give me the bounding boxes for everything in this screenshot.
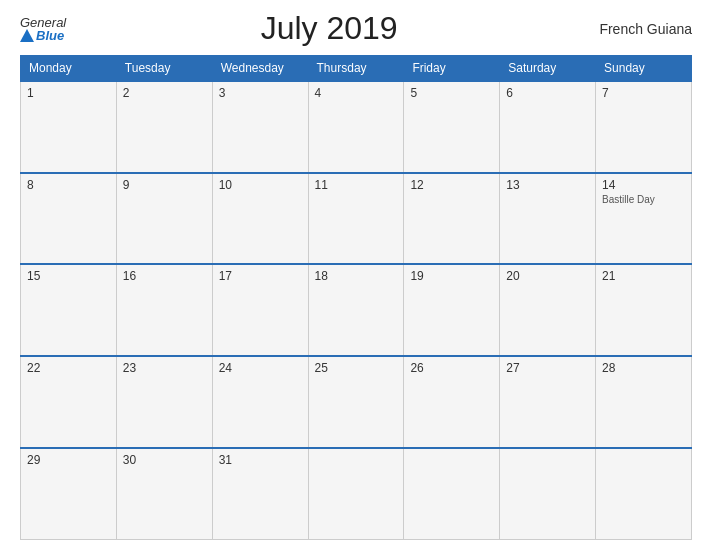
day-cell: 3 — [212, 81, 308, 173]
logo: General Blue — [20, 16, 66, 42]
weekday-saturday: Saturday — [500, 56, 596, 82]
day-cell: 16 — [116, 264, 212, 356]
weekday-header-row: MondayTuesdayWednesdayThursdayFridaySatu… — [21, 56, 692, 82]
day-cell: 17 — [212, 264, 308, 356]
day-number: 15 — [27, 269, 110, 283]
day-cell: 19 — [404, 264, 500, 356]
day-cell: 9 — [116, 173, 212, 265]
day-number: 27 — [506, 361, 589, 375]
day-number: 8 — [27, 178, 110, 192]
day-number: 1 — [27, 86, 110, 100]
day-number: 29 — [27, 453, 110, 467]
day-number: 10 — [219, 178, 302, 192]
day-number: 14 — [602, 178, 685, 192]
day-number: 5 — [410, 86, 493, 100]
day-number: 17 — [219, 269, 302, 283]
day-cell: 20 — [500, 264, 596, 356]
day-cell: 15 — [21, 264, 117, 356]
day-cell — [308, 448, 404, 540]
day-number: 23 — [123, 361, 206, 375]
day-number: 31 — [219, 453, 302, 467]
day-cell: 22 — [21, 356, 117, 448]
weekday-tuesday: Tuesday — [116, 56, 212, 82]
week-row-1: 1234567 — [21, 81, 692, 173]
day-cell: 29 — [21, 448, 117, 540]
day-cell: 4 — [308, 81, 404, 173]
day-cell: 11 — [308, 173, 404, 265]
day-number: 9 — [123, 178, 206, 192]
day-cell: 6 — [500, 81, 596, 173]
day-cell: 12 — [404, 173, 500, 265]
day-cell: 24 — [212, 356, 308, 448]
day-cell: 31 — [212, 448, 308, 540]
day-number: 7 — [602, 86, 685, 100]
day-number: 24 — [219, 361, 302, 375]
day-cell: 27 — [500, 356, 596, 448]
calendar-title: July 2019 — [66, 10, 592, 47]
day-cell — [500, 448, 596, 540]
day-cell: 23 — [116, 356, 212, 448]
week-row-3: 15161718192021 — [21, 264, 692, 356]
day-number: 26 — [410, 361, 493, 375]
day-number: 12 — [410, 178, 493, 192]
day-cell — [404, 448, 500, 540]
region-label: French Guiana — [592, 21, 692, 37]
week-row-2: 891011121314Bastille Day — [21, 173, 692, 265]
logo-triangle-icon — [20, 29, 34, 42]
day-cell: 28 — [596, 356, 692, 448]
day-number: 21 — [602, 269, 685, 283]
day-cell: 8 — [21, 173, 117, 265]
weekday-sunday: Sunday — [596, 56, 692, 82]
day-number: 28 — [602, 361, 685, 375]
day-cell: 2 — [116, 81, 212, 173]
day-cell: 5 — [404, 81, 500, 173]
day-cell: 26 — [404, 356, 500, 448]
day-number: 20 — [506, 269, 589, 283]
day-number: 25 — [315, 361, 398, 375]
event-label: Bastille Day — [602, 194, 685, 205]
day-cell: 21 — [596, 264, 692, 356]
day-cell: 10 — [212, 173, 308, 265]
day-cell: 7 — [596, 81, 692, 173]
calendar-table: MondayTuesdayWednesdayThursdayFridaySatu… — [20, 55, 692, 540]
weekday-wednesday: Wednesday — [212, 56, 308, 82]
day-cell: 30 — [116, 448, 212, 540]
day-number: 2 — [123, 86, 206, 100]
day-cell: 14Bastille Day — [596, 173, 692, 265]
day-cell: 13 — [500, 173, 596, 265]
week-row-5: 293031 — [21, 448, 692, 540]
day-number: 19 — [410, 269, 493, 283]
weekday-monday: Monday — [21, 56, 117, 82]
weekday-thursday: Thursday — [308, 56, 404, 82]
header: General Blue July 2019 French Guiana — [20, 10, 692, 47]
week-row-4: 22232425262728 — [21, 356, 692, 448]
logo-blue-text: Blue — [20, 29, 66, 42]
day-number: 3 — [219, 86, 302, 100]
day-number: 11 — [315, 178, 398, 192]
day-number: 22 — [27, 361, 110, 375]
day-cell: 1 — [21, 81, 117, 173]
logo-general-text: General — [20, 16, 66, 29]
day-number: 30 — [123, 453, 206, 467]
day-cell — [596, 448, 692, 540]
day-cell: 18 — [308, 264, 404, 356]
day-number: 18 — [315, 269, 398, 283]
day-cell: 25 — [308, 356, 404, 448]
day-number: 6 — [506, 86, 589, 100]
day-number: 13 — [506, 178, 589, 192]
weekday-friday: Friday — [404, 56, 500, 82]
day-number: 4 — [315, 86, 398, 100]
day-number: 16 — [123, 269, 206, 283]
